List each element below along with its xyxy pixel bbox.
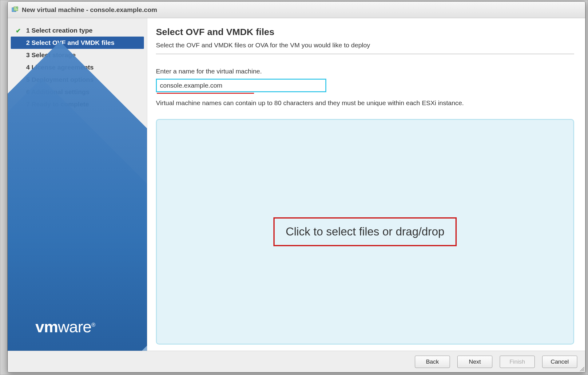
cancel-button[interactable]: Cancel [542, 356, 577, 368]
step-2-select-ovf-vmdk[interactable]: 2 Select OVF and VMDK files [11, 37, 144, 49]
dialog-footer: Back Next Finish Cancel [8, 351, 585, 372]
dialog-body: 1 Select creation type 2 Select OVF and … [8, 18, 585, 351]
spellcheck-underline [157, 93, 254, 94]
vm-icon [11, 6, 19, 14]
new-vm-dialog: New virtual machine - console.example.co… [7, 1, 586, 373]
wizard-sidebar: 1 Select creation type 2 Select OVF and … [8, 18, 147, 351]
file-dropzone[interactable]: Click to select files or drag/drop [156, 119, 574, 345]
page-subtitle: Select the OVF and VMDK files or OVA for… [156, 41, 574, 54]
finish-button: Finish [500, 356, 535, 368]
wizard-content: Select OVF and VMDK files Select the OVF… [147, 18, 585, 351]
dialog-title: New virtual machine - console.example.co… [22, 6, 157, 14]
dialog-titlebar[interactable]: New virtual machine - console.example.co… [8, 2, 585, 18]
vm-name-label: Enter a name for the virtual machine. [156, 68, 574, 75]
step-1-select-creation-type[interactable]: 1 Select creation type [8, 24, 147, 37]
page-heading: Select OVF and VMDK files [156, 27, 574, 37]
back-button[interactable]: Back [415, 356, 450, 368]
vm-name-input[interactable] [156, 79, 326, 92]
resize-grip-icon[interactable] [580, 367, 585, 372]
dropzone-label: Click to select files or drag/drop [273, 217, 457, 246]
vmware-logo: vmware® [35, 318, 95, 336]
vm-name-hint: Virtual machine names can contain up to … [156, 99, 574, 107]
next-button[interactable]: Next [457, 356, 492, 368]
